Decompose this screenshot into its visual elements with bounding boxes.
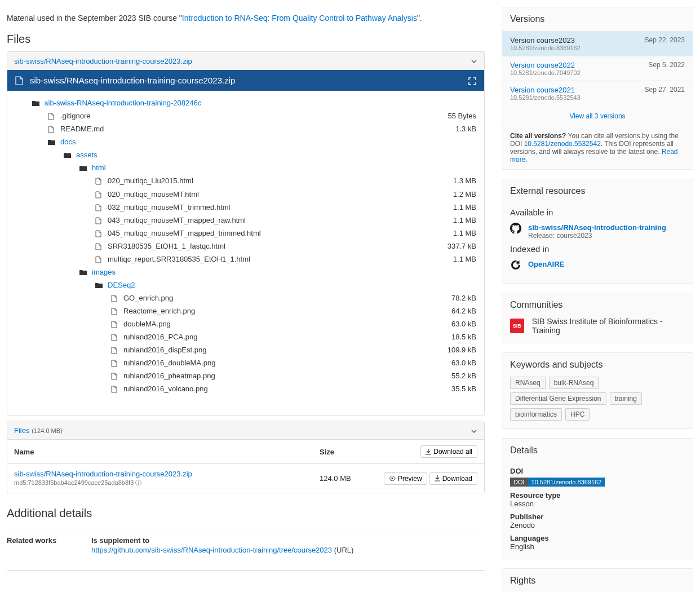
svg-point-0	[391, 478, 393, 479]
tree-item[interactable]: assets	[15, 148, 476, 161]
info-icon[interactable]: ⓘ	[135, 479, 141, 486]
keyword-tag[interactable]: bioinformatics	[510, 408, 562, 421]
tree-item-link[interactable]: DESeq2	[108, 281, 135, 289]
chevron-down-icon	[471, 426, 477, 435]
tree-item[interactable]: DESeq2	[15, 279, 476, 291]
accordion-header[interactable]: sib-swiss/RNAseq-introduction-training-c…	[7, 52, 484, 70]
tree-item: 045_multiqc_mouseMT_mapped_trimmed.html1…	[15, 227, 476, 240]
available-in-heading: Available in	[510, 207, 685, 217]
tree-item: multiqc_report.SRR3180535_EtOH1_1.html1.…	[15, 253, 476, 266]
supplement-link[interactable]: https://github.com/sib-swiss/RNAseq-intr…	[91, 546, 332, 554]
details-heading: Details	[502, 439, 693, 462]
tree-item-size: 78.2 kB	[451, 294, 476, 302]
keyword-tag[interactable]: training	[610, 392, 642, 405]
sib-badge-icon: SIB	[510, 319, 524, 333]
tree-item: Reactome_enrich.png64.2 kB	[15, 304, 476, 317]
tree-item: 020_multiqc_mouseMT.html1.2 MB	[15, 187, 476, 200]
related-works-label: Related works	[7, 536, 91, 554]
tree-item-size: 1.2 MB	[453, 190, 476, 198]
file-icon	[95, 242, 104, 250]
expand-icon[interactable]	[468, 76, 476, 85]
communities-heading: Communities	[502, 293, 693, 317]
doi-badge[interactable]: DOI10.5281/zenodo.8369162	[510, 478, 605, 487]
tree-item-size: 63.0 kB	[451, 320, 476, 328]
tree-item[interactable]: sib-swiss-RNAseq-introduction-training-2…	[15, 96, 476, 109]
tree-item: doubleMA.png63.0 kB	[15, 317, 476, 330]
accordion-link[interactable]: sib-swiss/RNAseq-introduction-training-c…	[14, 57, 192, 65]
openaire-icon	[510, 259, 521, 271]
file-icon	[111, 372, 120, 380]
tree-item: ruhland2016_doubleMA.png63.0 kB	[15, 356, 476, 369]
keywords-card: Keywords and subjects RNAseqbulk-RNAseqD…	[502, 352, 693, 429]
tree-item[interactable]: docs	[15, 135, 476, 148]
tree-item: README.md1.3 kB	[15, 122, 476, 135]
tree-item: GO_enrich.png78.2 kB	[15, 291, 476, 304]
tree-item-link[interactable]: html	[92, 164, 106, 172]
download-button[interactable]: Download	[429, 472, 477, 485]
version-item[interactable]: Version course2022Sep 5, 202210.5281/zen…	[502, 56, 693, 81]
file-row-link[interactable]: sib-swiss/RNAseq-introduction-training-c…	[14, 470, 192, 478]
files-panel-label: Files	[14, 426, 29, 435]
files-panel-header[interactable]: Files (124.0 MB)	[7, 421, 484, 440]
github-release: Release: course2023	[528, 232, 666, 240]
tree-item: 043_multiqc_mouseMT_mapped_raw.html1.1 M…	[15, 214, 476, 227]
file-icon	[111, 359, 120, 367]
keyword-tag[interactable]: Differential Gene Expression	[510, 392, 606, 405]
table-row: sib-swiss/RNAseq-introduction-training-c…	[7, 464, 484, 493]
supplement-heading: Is supplement to	[91, 536, 485, 545]
tree-item[interactable]: html	[15, 161, 476, 174]
folder-icon	[48, 138, 57, 146]
file-icon	[95, 203, 104, 211]
tree-item-size: 1.1 MB	[453, 203, 476, 211]
intro-text: Material used in the September 2023 SIB …	[7, 14, 485, 23]
tree-item: ruhland2016_PCA.png18.5 kB	[15, 330, 476, 343]
cite-doi-link[interactable]: 10.5281/zenodo.5532542	[524, 140, 601, 148]
keyword-tag[interactable]: HPC	[565, 408, 590, 421]
file-icon	[48, 125, 57, 133]
tree-item: SRR3180535_EtOH1_1_fastqc.html337.7 kB	[15, 240, 476, 253]
download-all-button[interactable]: Download all	[420, 445, 477, 458]
tree-item: 020_multiqc_Liu2015.html1.3 MB	[15, 174, 476, 187]
tree-item-size: 64.2 kB	[451, 307, 476, 315]
file-icon	[95, 229, 104, 237]
intro-link[interactable]: Introduction to RNA-Seq: From Quality Co…	[182, 14, 417, 23]
file-icon	[111, 320, 120, 328]
file-icon	[111, 307, 120, 315]
tree-item: ruhland2016_volcano.png35.5 kB	[15, 382, 476, 395]
zip-title: sib-swiss/RNAseq-introduction-training-c…	[30, 76, 462, 85]
keyword-tag[interactable]: RNAseq	[510, 377, 546, 389]
folder-icon	[79, 268, 88, 276]
github-link[interactable]: sib-swiss/RNAseq-introduction-training	[528, 223, 666, 232]
file-icon	[48, 112, 57, 120]
resource-type-label: Resource type	[510, 491, 685, 500]
tree-item-size: 1.1 MB	[453, 255, 476, 263]
tree-item[interactable]: images	[15, 266, 476, 279]
keyword-tag[interactable]: bulk-RNAseq	[549, 377, 599, 389]
doi-label: DOI	[510, 467, 685, 475]
tree-item-size: 35.5 kB	[451, 385, 476, 393]
preview-button[interactable]: Preview	[384, 472, 427, 485]
openaire-link[interactable]: OpenAIRE	[528, 260, 564, 268]
version-item[interactable]: Version course2021Sep 27, 202110.5281/ze…	[502, 81, 693, 105]
rights-heading: Rights	[502, 569, 693, 592]
view-all-versions-link[interactable]: View all 3 versions	[569, 112, 625, 120]
cite-block: Cite all versions? You can cite all vers…	[502, 126, 693, 169]
version-link[interactable]: Version course2022	[510, 61, 575, 69]
tree-item-size: 337.7 kB	[448, 242, 476, 250]
file-tree[interactable]: sib-swiss-RNAseq-introduction-training-2…	[7, 91, 484, 416]
external-resources-heading: External resources	[502, 179, 693, 203]
external-resources-card: External resources Available in sib-swis…	[502, 179, 693, 284]
tree-item-link[interactable]: images	[92, 268, 116, 276]
keywords-heading: Keywords and subjects	[502, 353, 693, 377]
communities-card: Communities SIB SIB Swiss Institute of B…	[502, 293, 693, 343]
tree-item-link[interactable]: assets	[76, 151, 98, 159]
tree-item-size: 55.2 kB	[451, 372, 476, 380]
tree-item-link[interactable]: sib-swiss-RNAseq-introduction-training-2…	[45, 99, 201, 107]
file-icon	[111, 385, 120, 393]
version-item[interactable]: Version course2023Sep 22, 202310.5281/ze…	[502, 31, 693, 56]
publisher-label: Publisher	[510, 513, 685, 521]
community-name[interactable]: SIB Swiss Institute of Bioinformatics - …	[532, 317, 685, 335]
version-link[interactable]: Version course2021	[510, 86, 575, 94]
col-name-header: Name	[14, 448, 320, 456]
tree-item-link[interactable]: docs	[60, 138, 76, 146]
